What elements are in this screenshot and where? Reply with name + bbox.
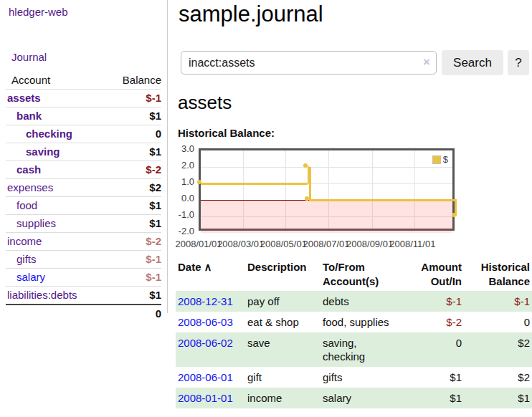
- transaction-balance-cell: 0: [464, 312, 532, 332]
- account-balance: 0: [156, 128, 161, 140]
- table-row: 2008-06-02savesaving, checking0$2: [176, 332, 532, 367]
- account-row: checking0: [6, 125, 161, 143]
- transaction-accounts-cell: salary: [320, 388, 401, 408]
- account-row: cash$-2: [6, 160, 161, 178]
- table-row: 2008-12-31pay offdebts$-1$-1: [176, 291, 532, 312]
- accounts-total-row: 0: [6, 304, 161, 322]
- chart-label: Historical Balance:: [178, 127, 275, 139]
- accounts-header-account: Account: [11, 74, 50, 87]
- app-window: hledger-web Journal Account Balance asse…: [0, 0, 532, 417]
- help-button[interactable]: ?: [508, 50, 529, 75]
- account-link[interactable]: food: [16, 199, 37, 212]
- transaction-description-cell: gift: [245, 367, 320, 388]
- transaction-accounts-cell: saving, checking: [320, 332, 401, 367]
- account-balance: $-1: [146, 92, 161, 105]
- table-row: 2008-06-01giftgifts$1$2: [176, 367, 532, 388]
- data-point-marker: [452, 213, 456, 217]
- account-link[interactable]: assets: [7, 92, 41, 105]
- transaction-date-cell: 2008-12-31: [176, 291, 245, 312]
- table-row: 2008-06-03eat & shopfood, supplies$-20: [176, 312, 532, 332]
- transaction-date-link[interactable]: 2008-12-31: [178, 295, 233, 307]
- column-header-description[interactable]: Description: [245, 258, 320, 291]
- x-axis-tick-label: 2008/05/01: [260, 239, 307, 249]
- transaction-date-link[interactable]: 2008-01-01: [178, 392, 233, 404]
- transaction-date-cell: 2008-06-02: [176, 332, 245, 367]
- transaction-amount-cell: $-1: [401, 291, 464, 312]
- data-point-marker: [305, 196, 309, 201]
- page-title: sample.journal: [179, 1, 323, 27]
- account-title: assets: [178, 92, 232, 114]
- account-row: supplies$1: [6, 214, 161, 232]
- clear-search-icon[interactable]: ×: [423, 55, 430, 70]
- y-axis-tick-label: -1.0: [167, 209, 194, 220]
- transaction-description-cell: pay off: [245, 291, 320, 312]
- register-table-body: 2008-12-31pay offdebts$-1$-12008-06-03ea…: [176, 291, 532, 408]
- account-link[interactable]: bank: [16, 110, 42, 123]
- column-header-balance[interactable]: HistoricalBalance: [464, 258, 532, 291]
- account-row: food$1: [6, 196, 161, 214]
- transaction-description-cell: income: [245, 388, 320, 408]
- account-link[interactable]: income: [7, 235, 42, 248]
- transaction-accounts-cell: gifts: [320, 367, 401, 388]
- transaction-description-cell: save: [245, 332, 320, 367]
- y-axis-tick-label: -2.0: [167, 226, 194, 236]
- x-axis-tick-label: 2008/03/01: [217, 239, 264, 249]
- y-axis-tick-label: 0.0: [167, 193, 194, 203]
- account-balance: $1: [149, 145, 161, 158]
- column-header-accounts[interactable]: To/FromAccount(s): [320, 258, 401, 291]
- search-input[interactable]: [181, 51, 437, 75]
- account-link[interactable]: checking: [26, 128, 72, 140]
- account-balance: $1: [149, 217, 161, 230]
- account-balance: $-1: [146, 253, 161, 266]
- column-header-date[interactable]: Date∧: [176, 258, 245, 291]
- account-link[interactable]: salary: [16, 271, 45, 284]
- account-link[interactable]: expenses: [7, 181, 53, 194]
- x-axis-tick-label: 2008/07/01: [303, 239, 349, 249]
- accounts-header-balance: Balance: [123, 74, 161, 87]
- data-point-marker: [303, 163, 308, 168]
- accounts-total-value: 0: [156, 307, 161, 320]
- account-row: income$-2: [6, 232, 161, 250]
- table-row: 2008-01-01incomesalary$1$1: [176, 388, 532, 408]
- sidebar-item-journal[interactable]: Journal: [11, 51, 47, 63]
- gridline-horizontal: [201, 167, 452, 168]
- sort-ascending-icon[interactable]: ∧: [204, 261, 212, 273]
- transaction-balance-cell: $1: [464, 388, 532, 408]
- transaction-date-link[interactable]: 2008-06-01: [178, 371, 233, 383]
- transaction-balance-cell: $-1: [464, 291, 532, 312]
- transaction-date-link[interactable]: 2008-06-02: [178, 337, 233, 349]
- x-axis-tick-label: 2008/11/01: [389, 239, 435, 249]
- x-axis-tick-label: 2008/01/01: [175, 239, 222, 249]
- transaction-amount-cell: $1: [401, 388, 464, 408]
- account-row: saving$1: [6, 143, 161, 160]
- transaction-amount-cell: $1: [401, 367, 464, 388]
- transaction-balance-cell: $2: [464, 367, 532, 388]
- account-row: gifts$-1: [6, 250, 161, 268]
- sidebar-divider: [167, 0, 168, 313]
- account-balance: $-2: [146, 163, 161, 176]
- accounts-panel: Account Balance assets$-1bank$1checking0…: [6, 72, 161, 322]
- brand-link[interactable]: hledger-web: [9, 6, 68, 18]
- account-row: assets$-1: [6, 89, 161, 107]
- chart-plot-area: $: [199, 148, 455, 231]
- y-axis-tick-label: 3.0: [167, 143, 194, 154]
- account-row: liabilities:debts$1: [6, 286, 161, 304]
- x-axis-tick-label: 2008/09/01: [346, 239, 393, 249]
- series-line-segment: [201, 183, 308, 185]
- account-link[interactable]: supplies: [16, 217, 56, 230]
- account-balance: $-1: [146, 271, 161, 284]
- account-link[interactable]: liabilities:debts: [7, 289, 77, 302]
- legend-swatch: [432, 155, 441, 164]
- series-line-segment: [309, 167, 311, 200]
- account-link[interactable]: gifts: [16, 253, 37, 266]
- search-button[interactable]: Search: [442, 50, 503, 75]
- transaction-balance-cell: $2: [464, 332, 532, 367]
- account-link[interactable]: cash: [16, 163, 41, 176]
- transaction-date-cell: 2008-01-01: [176, 388, 245, 408]
- transaction-amount-cell: $-2: [401, 312, 464, 332]
- column-header-amount[interactable]: AmountOut/In: [401, 258, 464, 291]
- account-row: salary$-1: [6, 268, 161, 286]
- transaction-date-link[interactable]: 2008-06-03: [178, 316, 233, 328]
- account-link[interactable]: saving: [26, 145, 60, 158]
- transaction-date-cell: 2008-06-03: [176, 312, 245, 332]
